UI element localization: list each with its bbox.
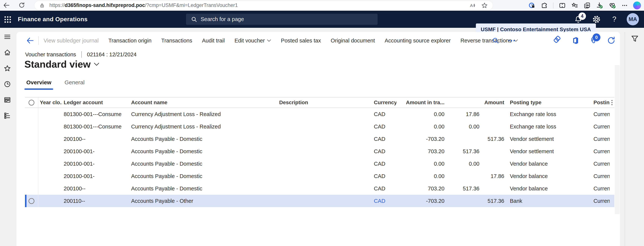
back-icon[interactable] bbox=[3, 2, 10, 9]
copilot-icon[interactable] bbox=[633, 2, 641, 10]
table-row[interactable]: 200100-001-Accounts Payable - DomesticCA… bbox=[25, 170, 614, 182]
tab-overview[interactable]: Overview bbox=[26, 79, 51, 90]
row-select-radio[interactable] bbox=[25, 108, 38, 120]
downloads-icon[interactable] bbox=[596, 2, 604, 9]
table-row[interactable]: 200100-001-Accounts Payable - DomesticCA… bbox=[25, 158, 614, 170]
collections-icon[interactable] bbox=[584, 2, 591, 9]
view-selector[interactable]: Standard view bbox=[24, 58, 100, 70]
tab-general[interactable]: General bbox=[64, 79, 84, 90]
action-edit-voucher[interactable]: Edit voucher bbox=[234, 38, 271, 44]
select-all-radio[interactable] bbox=[25, 98, 38, 108]
table-row[interactable]: 200100--Accounts Payable - DomesticCAD70… bbox=[25, 182, 614, 195]
col-amount[interactable]: Amount bbox=[480, 100, 504, 106]
column-options-button[interactable] bbox=[610, 100, 614, 105]
extensions-puzzle-icon[interactable] bbox=[541, 2, 548, 9]
cell-currency: CAD bbox=[371, 198, 396, 204]
row-select-radio[interactable] bbox=[25, 170, 38, 182]
recent-clock-icon[interactable] bbox=[3, 80, 12, 88]
action-transaction-origin[interactable]: Transaction origin bbox=[108, 38, 152, 44]
action-items: View subledger journalTransaction origin… bbox=[44, 38, 518, 44]
cell-ledger-account: 200100-001- bbox=[62, 173, 130, 179]
action-transactions[interactable]: Transactions bbox=[161, 38, 192, 44]
read-aloud-icon[interactable]: A bbox=[470, 2, 476, 9]
action-item-label: Transactions bbox=[161, 38, 192, 44]
row-select-radio[interactable] bbox=[25, 120, 38, 133]
col-posting-layer[interactable]: Posting bbox=[592, 100, 610, 106]
address-bar[interactable]: https://d365finops-sand.hifxpreprod.poc/… bbox=[34, 1, 493, 10]
back-arrow-icon[interactable] bbox=[25, 36, 35, 46]
cell-currency: CAD bbox=[371, 186, 396, 192]
cell-ledger-account: 200100-- bbox=[62, 136, 130, 142]
cell-ledger-account: 200100-- bbox=[62, 186, 130, 192]
row-select-radio[interactable] bbox=[25, 195, 38, 207]
col-amount-in-transaction[interactable]: Amount in tra... bbox=[396, 100, 444, 106]
more-dots-icon[interactable] bbox=[622, 2, 628, 9]
col-description[interactable]: Description bbox=[278, 100, 371, 106]
table-row[interactable]: 801300-001---ConsumeCurrency Adjustment … bbox=[25, 120, 614, 133]
modules-list-icon[interactable] bbox=[3, 112, 12, 120]
col-posting-type[interactable]: Posting type bbox=[504, 100, 592, 106]
col-year-closed[interactable]: Year clo... bbox=[38, 100, 62, 106]
notifications-button[interactable]: 4 bbox=[572, 11, 584, 28]
refresh-icon[interactable] bbox=[606, 35, 617, 46]
more-commands-button[interactable] bbox=[506, 35, 517, 46]
help-icon: ? bbox=[612, 15, 616, 23]
action-original-document[interactable]: Original document bbox=[331, 38, 375, 44]
action-posted-sales-tax[interactable]: Posted sales tax bbox=[281, 38, 321, 44]
hamburger-menu-icon[interactable] bbox=[3, 33, 12, 41]
page-search-box[interactable] bbox=[186, 14, 378, 25]
refresh-icon[interactable] bbox=[18, 2, 26, 9]
filter-panel bbox=[625, 32, 644, 246]
cell-amount-in-transaction: 0.00 bbox=[396, 124, 444, 130]
cell-currency: CAD bbox=[371, 161, 396, 167]
browser-essentials-icon[interactable] bbox=[609, 2, 616, 9]
table-row[interactable]: 200100--Accounts Payable - DomesticCAD-7… bbox=[25, 133, 614, 145]
screen: https://d365finops-sand.hifxpreprod.poc/… bbox=[0, 0, 644, 246]
filter-funnel-icon[interactable] bbox=[630, 34, 639, 43]
lock-icon[interactable] bbox=[39, 3, 45, 8]
privacy-lock-icon[interactable] bbox=[528, 2, 536, 9]
tab-strip: OverviewGeneral bbox=[26, 79, 84, 90]
table-row[interactable]: 200100-001-Accounts Payable - DomesticCA… bbox=[25, 145, 614, 158]
workspaces-icon[interactable] bbox=[3, 96, 12, 104]
favorite-star-icon[interactable] bbox=[481, 2, 488, 9]
gear-icon bbox=[592, 15, 600, 24]
cell-currency: CAD bbox=[371, 173, 396, 179]
row-select-radio[interactable] bbox=[25, 145, 38, 158]
row-select-radio[interactable] bbox=[25, 133, 38, 145]
grid-scrollbar[interactable] bbox=[615, 65, 620, 214]
browser-toolbar: https://d365finops-sand.hifxpreprod.poc/… bbox=[0, 0, 644, 11]
col-account-name[interactable]: Account name bbox=[130, 100, 278, 106]
table-row[interactable]: 200110--Accounts Payable - OtherCAD-703.… bbox=[25, 195, 614, 207]
col-currency[interactable]: Currency bbox=[371, 100, 396, 106]
radio-circle bbox=[28, 100, 34, 106]
row-select-radio[interactable] bbox=[25, 158, 38, 170]
attach-paperclip-icon[interactable]: 0 bbox=[588, 35, 599, 46]
office-icon[interactable] bbox=[570, 35, 581, 46]
favorites-star-icon[interactable] bbox=[3, 64, 12, 72]
favorites-list-icon[interactable] bbox=[571, 2, 578, 9]
action-accounting-source-explorer[interactable]: Accounting source explorer bbox=[384, 38, 450, 44]
voucher-grid: Year clo...Ledger accountAccount nameDes… bbox=[25, 97, 614, 207]
help-button[interactable]: ? bbox=[609, 11, 620, 28]
chevron-down-icon bbox=[94, 62, 100, 66]
breadcrumb-page[interactable]: Voucher transactions bbox=[25, 52, 76, 58]
cell-ledger-account: 200110-- bbox=[62, 198, 130, 204]
settings-button[interactable] bbox=[591, 11, 602, 28]
split-screen-icon[interactable] bbox=[559, 2, 566, 9]
avatar[interactable]: MA bbox=[627, 13, 639, 25]
app-launcher-waffle-icon[interactable] bbox=[4, 15, 12, 24]
action-bar-divider bbox=[38, 36, 39, 45]
row-select-radio[interactable] bbox=[25, 182, 38, 195]
power-apps-icon[interactable] bbox=[552, 35, 563, 46]
table-row[interactable]: 801300-001---ConsumeCurrency Adjustment … bbox=[25, 108, 614, 120]
home-icon[interactable] bbox=[3, 48, 12, 57]
cell-ledger-account: 801300-001---Consume bbox=[62, 111, 130, 117]
col-ledger-account[interactable]: Ledger account bbox=[62, 100, 130, 106]
notification-count-badge: 4 bbox=[578, 12, 586, 20]
action-audit-trail[interactable]: Audit trail bbox=[202, 38, 225, 44]
cell-currency: CAD bbox=[371, 111, 396, 117]
grid-search-button[interactable] bbox=[490, 35, 501, 46]
search-input[interactable] bbox=[201, 16, 366, 22]
url-text[interactable]: https://d365finops-sand.hifxpreprod.poc/… bbox=[50, 2, 238, 8]
